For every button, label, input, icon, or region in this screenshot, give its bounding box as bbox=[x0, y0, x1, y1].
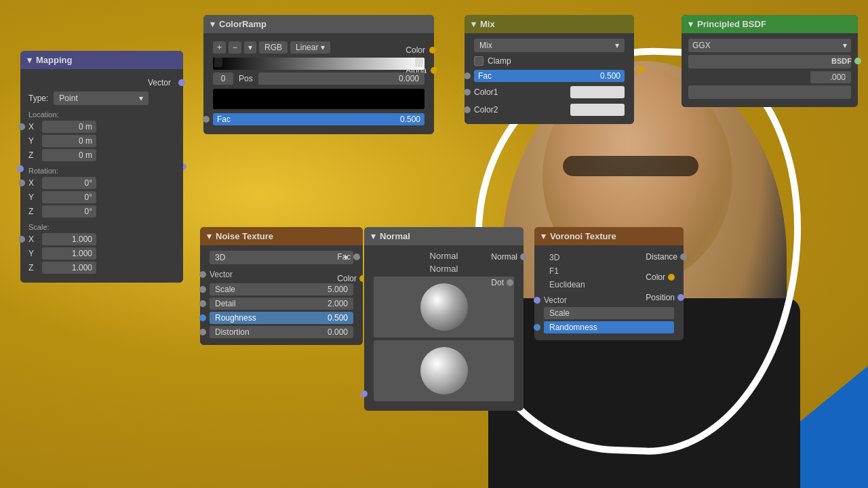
loc-y-label: Y bbox=[28, 136, 42, 146]
interp-chevron-icon: ▾ bbox=[321, 43, 325, 52]
colorramp-node-header: ▾ ColorRamp bbox=[203, 15, 434, 33]
bsdf-val1: .000 bbox=[688, 71, 851, 83]
sc-x-field[interactable]: 1.000 bbox=[42, 233, 96, 245]
noise-detail-row[interactable]: Detail 2.000 bbox=[210, 298, 353, 310]
color1-swatch[interactable] bbox=[570, 86, 625, 98]
normal-input-socket bbox=[361, 390, 368, 397]
voronoi-scale-row[interactable]: Scale bbox=[544, 307, 674, 319]
loc-x-field[interactable]: 0 m bbox=[42, 121, 96, 133]
sc-z-field[interactable]: 1.000 bbox=[42, 262, 96, 274]
voronoi-dist-socket bbox=[680, 253, 687, 260]
pos-field[interactable]: 0.000 bbox=[258, 73, 425, 85]
sc-y-label: Y bbox=[28, 249, 42, 258]
noise-roughness-container: Roughness 0.500 bbox=[210, 312, 353, 324]
rot-z-field[interactable]: 0° bbox=[42, 205, 96, 218]
rot-y-label: Y bbox=[28, 192, 42, 202]
voronoi-random-label: Randomness bbox=[549, 323, 597, 332]
bsdf-output: BSDF bbox=[831, 57, 861, 65]
fac-input-container: Fac 0.500 bbox=[213, 113, 425, 125]
rot-z-label: Z bbox=[28, 207, 42, 216]
bsdf-node: ▾ Principled BSDF BSDF GGX ▾ .000 bbox=[682, 15, 858, 107]
fac-input-row[interactable]: Fac 0.500 bbox=[213, 113, 425, 125]
color-mode-label: RGB bbox=[264, 43, 282, 52]
colorramp-menu-button[interactable]: ▾ bbox=[244, 41, 256, 54]
color2-swatch[interactable] bbox=[570, 104, 625, 116]
ggx-label: GGX bbox=[692, 41, 711, 50]
color1-row: Color1 bbox=[474, 85, 625, 100]
noise-distortion-row[interactable]: Distortion 0.000 bbox=[210, 326, 353, 338]
loc-y-field[interactable]: 0 m bbox=[42, 135, 96, 147]
ggx-chevron-icon: ▾ bbox=[843, 41, 847, 50]
mix-node: ▾ Mix Color Mix ▾ Clamp Fac bbox=[465, 15, 634, 124]
noise-detail-socket bbox=[199, 300, 206, 307]
mix-fac-row[interactable]: Fac 0.500 bbox=[474, 70, 625, 82]
type-dropdown[interactable]: Point ▾ bbox=[54, 92, 149, 105]
gradient-stop-right[interactable] bbox=[415, 58, 423, 67]
mix-type-chevron-icon: ▾ bbox=[615, 41, 619, 50]
bsdf-dropdown3[interactable] bbox=[688, 85, 851, 99]
noise-scale-val: 5.000 bbox=[328, 285, 348, 294]
bsdf-chevron-icon: ▾ bbox=[688, 19, 693, 29]
colorramp-toolbar: + − ▾ RGB Linear ▾ bbox=[213, 41, 425, 54]
colorramp-node-title: ColorRamp bbox=[219, 19, 267, 29]
location-label: Location: bbox=[28, 110, 175, 119]
color2-socket bbox=[464, 106, 471, 113]
color-mode-dropdown[interactable]: RGB bbox=[259, 41, 288, 54]
bsdf-node-header: ▾ Principled BSDF BSDF bbox=[682, 15, 858, 33]
noise-chevron-icon: ▾ bbox=[207, 231, 212, 241]
color1-container: Color1 bbox=[474, 85, 625, 100]
type-row: Type: Point ▾ bbox=[28, 92, 175, 105]
loc-y-row: Y 0 m bbox=[28, 135, 175, 147]
sphere-2 bbox=[420, 347, 468, 394]
add-stop-button[interactable]: + bbox=[213, 41, 226, 54]
colorramp-body: Color Alpha + − ▾ RGB Linear ▾ bbox=[203, 33, 434, 134]
color2-container: Color2 bbox=[474, 102, 625, 117]
sc-x-socket bbox=[18, 236, 25, 243]
noise-node-header: ▾ Noise Texture bbox=[200, 227, 363, 245]
mix-chevron-icon: ▾ bbox=[471, 19, 476, 29]
loc-z-field[interactable]: 0 m bbox=[42, 149, 96, 161]
noise-distortion-label: Distortion bbox=[215, 327, 250, 337]
voronoi-random-row[interactable]: Randomness bbox=[544, 321, 674, 333]
rot-x-field[interactable]: 0° bbox=[42, 177, 96, 189]
normal-body: Normal Dot Normal Normal bbox=[364, 245, 524, 411]
rot-y-row: Y 0° bbox=[28, 191, 175, 203]
mix-type-dropdown[interactable]: Mix ▾ bbox=[474, 39, 625, 52]
interpolation-label: Linear bbox=[296, 43, 318, 52]
clamp-checkbox[interactable] bbox=[474, 56, 484, 66]
noise-roughness-val: 0.500 bbox=[328, 313, 348, 323]
remove-stop-button[interactable]: − bbox=[229, 41, 241, 54]
normal-out-socket bbox=[520, 253, 527, 260]
stop-index-field[interactable]: 0 bbox=[213, 73, 233, 85]
noise-fac-out: Fac bbox=[337, 252, 366, 262]
sphere-1 bbox=[420, 283, 468, 331]
interpolation-dropdown[interactable]: Linear ▾ bbox=[290, 41, 330, 54]
ggx-dropdown[interactable]: GGX ▾ bbox=[688, 39, 851, 52]
voronoi-color-socket bbox=[668, 274, 675, 281]
fac-input-socket bbox=[203, 116, 210, 123]
bsdf-field1[interactable]: .000 bbox=[810, 71, 851, 83]
loc-x-socket bbox=[18, 123, 25, 130]
sc-x-label: X bbox=[28, 235, 42, 244]
mapping-input-socket bbox=[17, 165, 24, 172]
noise-roughness-row[interactable]: Roughness 0.500 bbox=[210, 312, 353, 324]
voronoi-color-label: Color bbox=[646, 272, 665, 282]
scale-label: Scale: bbox=[28, 223, 175, 231]
noise-dim-dropdown[interactable]: 3D ▾ bbox=[210, 251, 353, 264]
mapping-node-title: Mapping bbox=[36, 55, 72, 65]
noise-fac-label: Fac bbox=[337, 252, 351, 262]
noise-dim-label: 3D bbox=[215, 253, 225, 262]
voronoi-node: ▾ Voronoi Texture Distance Color Positio… bbox=[534, 227, 684, 340]
voronoi-scale-container: Scale bbox=[544, 307, 674, 319]
rot-y-field[interactable]: 0° bbox=[42, 191, 96, 203]
colorramp-preview bbox=[213, 89, 425, 109]
gradient-bar[interactable] bbox=[213, 58, 425, 70]
gradient-stop-left[interactable] bbox=[214, 58, 222, 67]
bsdf-dropdown2[interactable] bbox=[688, 55, 851, 68]
mix-body: Mix ▾ Clamp Fac 0.500 Color1 bbox=[465, 33, 634, 124]
rotation-section: Rotation: X 0° Y 0° Z 0° bbox=[28, 167, 175, 218]
vector-label: Vector bbox=[148, 78, 171, 87]
sc-y-field[interactable]: 1.000 bbox=[42, 247, 96, 260]
colorramp-chevron-icon: ▾ bbox=[210, 19, 215, 29]
noise-scale-row[interactable]: Scale 5.000 bbox=[210, 283, 353, 296]
